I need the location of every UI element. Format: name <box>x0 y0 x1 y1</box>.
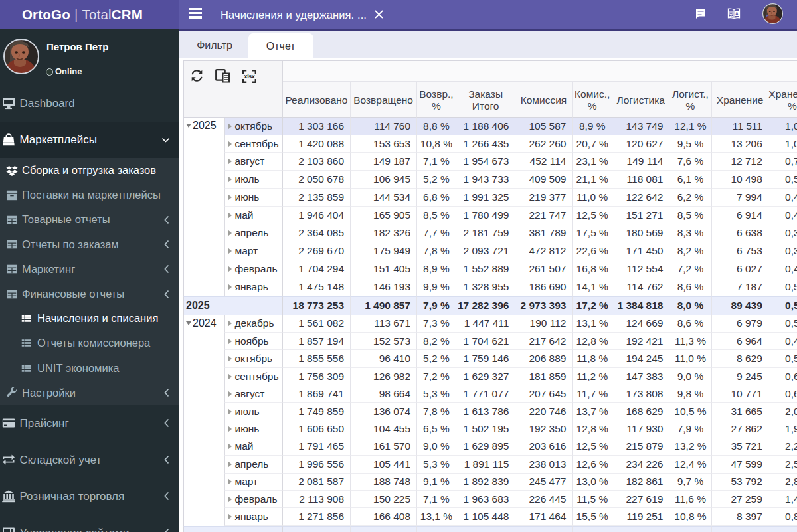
svg-text:xlsx: xlsx <box>244 73 255 80</box>
svg-text:A: A <box>735 11 739 16</box>
